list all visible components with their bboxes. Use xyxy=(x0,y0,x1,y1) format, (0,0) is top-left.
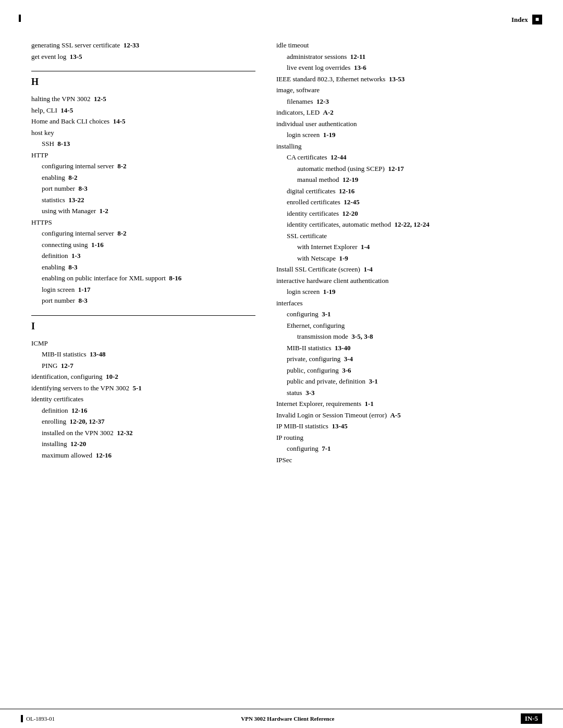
entry-text: IP routing xyxy=(276,434,303,441)
entry-text: MIB-II statistics xyxy=(287,344,335,352)
page-number: A-2 xyxy=(323,108,334,116)
page-number: 12-20 xyxy=(70,440,86,448)
list-item: interactive hardware client authenticati… xyxy=(276,276,532,286)
entry-text: using with Manager xyxy=(42,207,99,215)
entry-text: enabling on public interface for XML sup… xyxy=(42,274,169,282)
entry-text: identity certificates xyxy=(31,395,83,403)
list-item: definition 12-16 xyxy=(31,405,255,416)
list-item: login screen 1-19 xyxy=(276,130,532,140)
list-item: login screen 1-19 xyxy=(276,287,532,297)
entry-text: with Netscape xyxy=(297,254,339,262)
page-number: 12-11 xyxy=(350,53,366,60)
page-number: 13-6 xyxy=(354,64,366,71)
page-number: 12-45 xyxy=(344,198,359,206)
page-number: 8-13 xyxy=(57,140,70,147)
list-item: get event log 13-5 xyxy=(31,52,255,62)
list-item: with Netscape 1-9 xyxy=(276,253,532,264)
list-item: automatic method (using SCEP) 12-17 xyxy=(276,164,532,174)
page-number: 8-3 xyxy=(68,263,77,271)
list-item: statistics 13-22 xyxy=(31,195,255,205)
list-item: IPSec xyxy=(276,455,532,465)
list-item: MIB-II statistics 13-40 xyxy=(276,343,532,353)
entry-text: installing xyxy=(42,440,70,448)
entry-text: status xyxy=(287,389,305,397)
list-item: configuring 7-1 xyxy=(276,443,532,454)
entry-text: IEEE standard 802.3, Ethernet networks xyxy=(276,75,389,83)
page-number: 13-45 xyxy=(332,422,347,430)
list-item: enabling 8-3 xyxy=(31,262,255,273)
entry-text: configuring internal server xyxy=(42,229,117,237)
list-item: image, software xyxy=(276,85,532,95)
list-item: HTTP xyxy=(31,150,255,161)
entry-text: port number xyxy=(42,297,78,304)
list-item: MIB-II statistics 13-48 xyxy=(31,349,255,360)
list-item: help, CLI 14-5 xyxy=(31,105,255,116)
page-footer: OL-1893-01 VPN 3002 Hardware Client Refe… xyxy=(0,709,563,728)
list-item: configuring 3-1 xyxy=(276,309,532,319)
list-item: digital certificates 12-16 xyxy=(276,186,532,196)
list-item: enrolled certificates 12-45 xyxy=(276,197,532,207)
list-item: IEEE standard 802.3, Ethernet networks 1… xyxy=(276,74,532,84)
entry-text: Invalid Login or Session Timeout (error) xyxy=(276,411,390,419)
entry-text: Install SSL Certificate (screen) xyxy=(276,265,363,273)
page-number: 1-19 xyxy=(323,288,336,295)
section-divider-h xyxy=(31,71,255,71)
entry-text: generating SSL server certificate xyxy=(31,41,124,49)
entry-text: idle timeout xyxy=(276,41,309,49)
page-number: 1-3 xyxy=(71,252,80,260)
page-number: 13-5 xyxy=(70,53,82,60)
entry-text: indicators, LED xyxy=(276,108,323,116)
page-number: 8-2 xyxy=(117,229,126,237)
entry-text: identity certificates, automatic method xyxy=(287,220,394,228)
page: Index ■ generating SSL server certificat… xyxy=(0,0,563,728)
list-item: definition 1-3 xyxy=(31,251,255,261)
list-item: identity certificates 12-20 xyxy=(276,208,532,219)
page-number: 12-16 xyxy=(96,451,112,459)
list-item: SSL certificate xyxy=(276,231,532,241)
list-item: individual user authentication xyxy=(276,119,532,129)
list-item: configuring internal server 8-2 xyxy=(31,228,255,239)
list-item: installing xyxy=(276,141,532,152)
entry-text: private, configuring xyxy=(287,355,344,363)
footer-border-mark xyxy=(21,715,23,722)
page-number: 10-2 xyxy=(106,373,118,380)
page-number: 14-5 xyxy=(60,106,73,114)
entry-text: login screen xyxy=(287,288,323,295)
entry-text: installed on the VPN 3002 xyxy=(42,429,117,437)
page-number: 13-22 xyxy=(68,196,84,204)
page-number: 1-17 xyxy=(78,286,91,293)
list-item: live event log overrides 13-6 xyxy=(276,63,532,73)
list-item: enrolling 12-20, 12-37 xyxy=(31,416,255,427)
page-number: 1-16 xyxy=(91,241,104,249)
entry-text: SSH xyxy=(42,140,57,147)
page-number: 3-1 xyxy=(322,310,331,318)
list-item: identifying servers to the VPN 3002 5-1 xyxy=(31,383,255,393)
page-number: 12-5 xyxy=(94,95,106,103)
list-item: configuring internal server 8-2 xyxy=(31,161,255,171)
page-number: 12-32 xyxy=(117,429,132,437)
page-number: 3-5, 3-8 xyxy=(351,332,373,340)
list-item: SSH 8-13 xyxy=(31,139,255,149)
page-number: 12-20 xyxy=(342,209,358,217)
list-item: with Internet Explorer 1-4 xyxy=(276,242,532,252)
entry-text: MIB-II statistics xyxy=(42,350,90,358)
entry-text: HTTP xyxy=(31,151,48,159)
list-item: Invalid Login or Session Timeout (error)… xyxy=(276,410,532,421)
page-number: 1-4 xyxy=(363,265,372,273)
entry-text: configuring internal server xyxy=(42,162,117,170)
entry-text: definition xyxy=(42,406,71,414)
right-column: idle timeout administrator sessions 12-1… xyxy=(271,40,532,466)
entry-text: get event log xyxy=(31,53,70,60)
list-item: installing 12-20 xyxy=(31,439,255,449)
list-item: IP routing xyxy=(276,433,532,443)
entry-text: CA certificates xyxy=(287,153,331,161)
entry-text: IP MIB-II statistics xyxy=(276,422,332,430)
doc-number: OL-1893-01 xyxy=(26,715,55,722)
list-item: Install SSL Certificate (screen) 1-4 xyxy=(276,264,532,275)
entry-text: administrator sessions xyxy=(287,53,350,60)
entry-text: public, configuring xyxy=(287,366,342,374)
entry-text: automatic method (using SCEP) xyxy=(297,165,388,172)
list-item: Ethernet, configuring xyxy=(276,320,532,331)
page-number: 3-6 xyxy=(342,366,351,374)
page-number: 8-3 xyxy=(78,184,87,192)
